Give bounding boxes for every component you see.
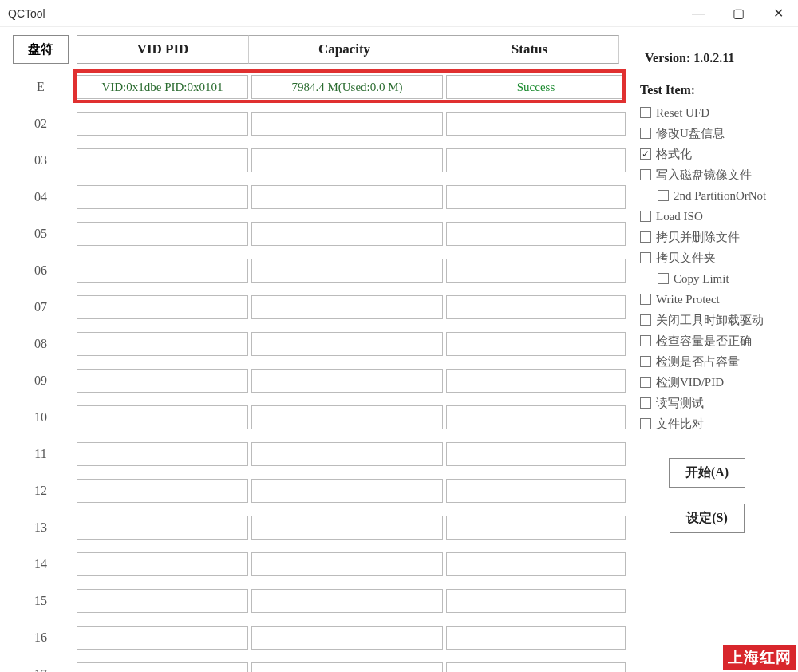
checkbox[interactable] <box>640 107 651 118</box>
cell-vidpid <box>77 405 248 429</box>
drive-table: 盘符 VID PID Capacity Status EVID:0x1dbe P… <box>13 35 626 672</box>
header-vidpid: VID PID <box>77 35 248 64</box>
cell-capacity <box>251 222 443 246</box>
cell-vidpid <box>77 479 248 503</box>
cell-capacity <box>251 295 443 319</box>
cell-capacity <box>251 442 443 466</box>
minimize-button[interactable]: — <box>678 0 718 26</box>
row-cells <box>77 142 626 179</box>
cell-capacity <box>251 185 443 209</box>
row-cells <box>77 289 626 326</box>
table-row: 15 <box>13 583 626 619</box>
cell-vidpid <box>77 626 248 650</box>
row-drive-label: 12 <box>13 472 69 509</box>
header-status: Status <box>440 35 619 64</box>
checkbox[interactable] <box>640 356 651 367</box>
start-button[interactable]: 开始(A) <box>669 458 745 488</box>
version-label: Version: 1.0.2.11 <box>640 51 790 65</box>
row-drive-label: 16 <box>13 619 69 656</box>
checkbox[interactable] <box>640 418 651 429</box>
table-row: 09 <box>13 362 626 399</box>
cell-vidpid: VID:0x1dbe PID:0x0101 <box>77 75 248 99</box>
checkbox[interactable] <box>640 169 651 180</box>
window-title: QCTool <box>8 7 45 20</box>
cell-status <box>446 405 626 429</box>
cell-capacity <box>251 552 443 576</box>
checkbox-label: 文件比对 <box>656 417 704 432</box>
checkbox[interactable] <box>640 377 651 388</box>
cell-capacity <box>251 626 443 650</box>
maximize-button[interactable]: ▢ <box>718 0 758 26</box>
row-cells: VID:0x1dbe PID:0x01017984.4 M(Used:0.0 M… <box>77 69 626 105</box>
checkbox-row: 检测VID/PID <box>640 372 790 393</box>
checkbox[interactable] <box>640 335 651 346</box>
checkbox-row: Copy Limit <box>640 268 790 289</box>
checkbox[interactable] <box>640 294 651 305</box>
table-row: 06 <box>13 252 626 289</box>
checkbox-label: 写入磁盘镜像文件 <box>656 168 752 183</box>
cell-status <box>446 222 626 246</box>
settings-button[interactable]: 设定(S) <box>670 504 745 533</box>
row-drive-label: 15 <box>13 583 69 619</box>
checkbox[interactable] <box>640 252 651 263</box>
table-row: 02 <box>13 105 626 142</box>
checkbox[interactable] <box>640 128 651 139</box>
checkbox[interactable] <box>658 273 669 284</box>
table-row: 04 <box>13 179 626 215</box>
cell-capacity: 7984.4 M(Used:0.0 M) <box>251 75 443 99</box>
checkbox-label: Load ISO <box>656 210 703 223</box>
row-cells <box>77 105 626 142</box>
checkbox-row: 写入磁盘镜像文件 <box>640 164 790 185</box>
row-cells <box>77 583 626 619</box>
cell-capacity <box>251 662 443 672</box>
checkbox-row: 关闭工具时卸载驱动 <box>640 310 790 330</box>
checkbox-label: 读写测试 <box>656 396 704 411</box>
checkbox-row: 读写测试 <box>640 393 790 413</box>
cell-status: Success <box>446 75 626 99</box>
titlebar: QCTool — ▢ ✕ <box>0 0 798 27</box>
checkbox[interactable] <box>658 190 669 201</box>
checkbox[interactable] <box>640 231 651 243</box>
action-buttons: 开始(A) 设定(S) <box>640 458 790 533</box>
checkbox-row: 检查容量是否正确 <box>640 330 790 351</box>
test-item-heading: Test Item: <box>640 83 790 97</box>
checkbox[interactable] <box>640 314 651 326</box>
cell-vidpid <box>77 185 248 209</box>
row-drive-label: 06 <box>13 252 69 289</box>
row-cells <box>77 252 626 289</box>
row-drive-label: 09 <box>13 362 69 399</box>
table-row: 11 <box>13 436 626 472</box>
row-cells <box>77 656 626 672</box>
test-item-list: Reset UFD修改U盘信息格式化写入磁盘镜像文件2nd PartitionO… <box>640 102 790 434</box>
checkbox-label: 拷贝并删除文件 <box>656 230 740 245</box>
cell-capacity <box>251 369 443 393</box>
checkbox[interactable] <box>640 211 651 222</box>
checkbox[interactable] <box>640 397 651 409</box>
cell-status <box>446 479 626 503</box>
row-drive-label: 10 <box>13 399 69 436</box>
row-drive-label: 07 <box>13 289 69 326</box>
checkbox-label: 拷贝文件夹 <box>656 251 716 266</box>
checkbox[interactable] <box>640 148 651 160</box>
window-controls: — ▢ ✕ <box>678 0 798 26</box>
checkbox-row: 文件比对 <box>640 413 790 434</box>
cell-vidpid <box>77 295 248 319</box>
close-button[interactable]: ✕ <box>758 0 798 26</box>
row-drive-label: 02 <box>13 105 69 142</box>
checkbox-row: Load ISO <box>640 206 790 227</box>
checkbox-row: 检测是否占容量 <box>640 351 790 372</box>
table-row: 17 <box>13 656 626 672</box>
checkbox-label: Copy Limit <box>674 272 729 286</box>
table-row: 03 <box>13 142 626 179</box>
row-drive-label: 13 <box>13 509 69 546</box>
table-row: 08 <box>13 326 626 362</box>
cell-vidpid <box>77 148 248 172</box>
row-cells <box>77 326 626 362</box>
cell-capacity <box>251 259 443 283</box>
header-drive: 盘符 <box>13 35 69 64</box>
cell-status <box>446 516 626 540</box>
cell-vidpid <box>77 369 248 393</box>
cell-vidpid <box>77 259 248 283</box>
cell-status <box>446 148 626 172</box>
table-row: 16 <box>13 619 626 656</box>
